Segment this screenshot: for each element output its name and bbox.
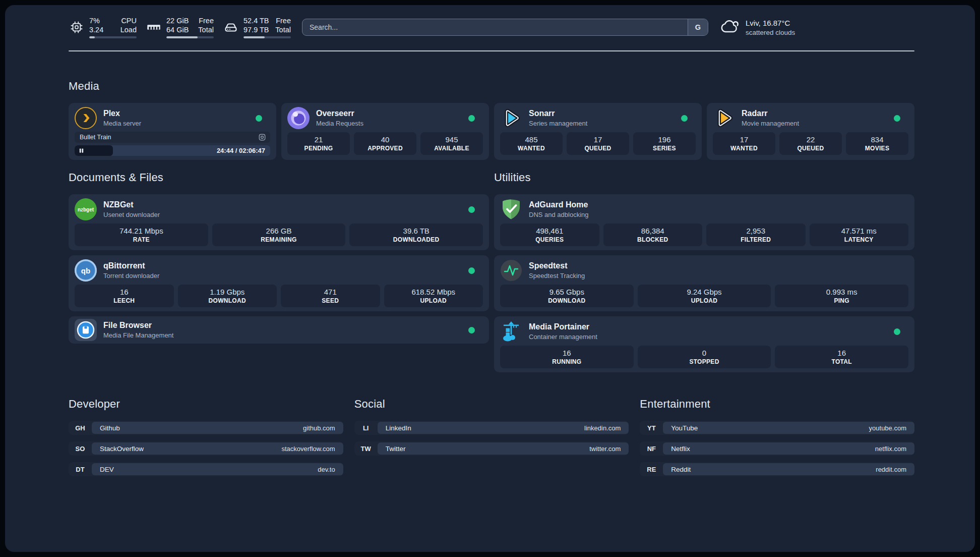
bookmark-abbr: TW: [354, 441, 378, 456]
app-name: Media Portainer: [529, 322, 597, 332]
record-screen-icon[interactable]: [258, 133, 266, 141]
now-playing-title: Bullet Train: [80, 134, 111, 141]
stat-tile: 21PENDING: [287, 132, 350, 155]
cpu-load-value: 3.24: [89, 25, 103, 34]
social-column: Social LI LinkedInlinkedin.com TW Twitte…: [354, 398, 629, 476]
media-grid: Plex Media server Bullet Train 24:44: [69, 103, 914, 160]
bookmark-stackoverflow[interactable]: SO StackOverflowstackoverflow.com: [69, 441, 343, 456]
ram-progress-bar: [166, 36, 214, 38]
app-name: Overseerr: [316, 108, 363, 119]
stat-tile: 16TOTAL: [775, 346, 908, 368]
filebrowser-icon: [75, 319, 97, 341]
app-name: NZBGet: [103, 200, 160, 210]
bookmark-url: stackoverflow.com: [281, 445, 335, 453]
bookmark-name: StackOverflow: [100, 445, 144, 453]
radarr-card[interactable]: Radarr Movie management 17WANTED 22QUEUE…: [707, 103, 914, 160]
stat-tile: 86,384BLOCKED: [603, 224, 703, 246]
cloud-icon: [719, 16, 740, 38]
stat-tile: 196SERIES: [633, 132, 696, 155]
stat-tile: 945AVAILABLE: [420, 132, 483, 155]
ram-free-value: 22 GiB: [166, 16, 189, 25]
app-subtitle: Container management: [529, 332, 597, 341]
search-engine-button[interactable]: G: [688, 19, 708, 35]
status-dot: [468, 206, 475, 213]
app-name: Speedtest: [529, 261, 585, 271]
stat-tile: 1.19 GbpsDOWNLOAD: [178, 285, 277, 307]
ram-free-label: Free: [199, 16, 214, 25]
now-playing-bar: Bullet Train: [75, 132, 270, 143]
app-subtitle: DNS and adblocking: [529, 210, 589, 219]
status-dot: [468, 115, 475, 122]
plex-card[interactable]: Plex Media server Bullet Train 24:44: [69, 103, 276, 160]
stat-tile: 498,461QUERIES: [500, 224, 599, 246]
adguard-card[interactable]: AdGuard Home DNS and adblocking 498,461Q…: [494, 194, 914, 250]
bookmark-url: dev.to: [318, 466, 335, 473]
disk-free-label: Free: [276, 16, 291, 25]
app-name: AdGuard Home: [529, 200, 589, 210]
bookmark-abbr: NF: [640, 441, 663, 456]
cpu-progress-bar: [89, 36, 137, 38]
developer-column: Developer GH Githubgithub.com SO StackOv…: [69, 398, 343, 476]
bookmark-abbr: RE: [640, 462, 663, 476]
overseerr-card[interactable]: Overseerr Media Requests 21PENDING 40APP…: [281, 103, 489, 160]
bookmark-reddit[interactable]: RE Redditreddit.com: [640, 462, 914, 476]
bookmark-url: linkedin.com: [584, 424, 621, 432]
weather-condition: scattered clouds: [746, 28, 795, 37]
entertainment-column: Entertainment YT YouTubeyoutube.com NF N…: [640, 398, 914, 476]
weather-location-temp: Lviv, 16.87°C: [746, 18, 795, 28]
app-subtitle: Movie management: [742, 119, 799, 128]
bookmark-abbr: SO: [69, 441, 92, 456]
status-dot: [468, 327, 475, 333]
pause-icon[interactable]: [79, 148, 84, 153]
disk-progress-bar: [243, 36, 291, 38]
app-subtitle: Torrent downloader: [103, 271, 159, 280]
bookmark-netflix[interactable]: NF Netflixnetflix.com: [640, 441, 914, 456]
stat-tile: 17WANTED: [713, 132, 775, 155]
app-name: qBittorrent: [103, 261, 159, 271]
disk-stat-widget: 52.4 TBFree 97.9 TBTotal: [223, 16, 291, 38]
bookmark-url: github.com: [303, 424, 335, 432]
section-title-utilities: Utilities: [494, 171, 914, 184]
status-dot: [894, 328, 900, 335]
section-title-developer: Developer: [69, 398, 343, 411]
bookmark-name: Github: [100, 424, 120, 432]
bookmark-url: twitter.com: [589, 445, 621, 453]
qbittorrent-card[interactable]: qb qBittorrent Torrent downloader 16LEEC…: [69, 255, 489, 311]
sonarr-card[interactable]: Sonarr Series management 485WANTED 17QUE…: [494, 103, 702, 160]
app-name: File Browser: [103, 320, 173, 330]
app-name: Radarr: [742, 108, 799, 119]
portainer-card[interactable]: Media Portainer Container management 16R…: [494, 316, 914, 372]
speedtest-card[interactable]: Speedtest Speedtest Tracking 9.65 GbpsDO…: [494, 255, 914, 311]
screen: 7%CPU 3.24Load 22 GiBFree 64 GiBTotal: [0, 0, 980, 557]
radarr-icon: [713, 107, 735, 129]
bookmark-abbr: LI: [354, 421, 378, 435]
stat-tile: 40APPROVED: [354, 132, 416, 155]
section-title-media: Media: [69, 80, 914, 93]
utilities-column: Utilities AdGuard Home DNS and adblockin…: [494, 171, 914, 372]
stat-tile: 744.21 MbpsRATE: [75, 224, 208, 246]
nzbget-card[interactable]: nzbget NZBGet Usenet downloader 744.21 M…: [69, 194, 489, 250]
bookmark-github[interactable]: GH Githubgithub.com: [69, 421, 343, 435]
stat-tile: 266 GBREMAINING: [212, 224, 346, 246]
bookmark-dev[interactable]: DT DEVdev.to: [69, 462, 343, 476]
search-bar: G: [302, 19, 708, 36]
disk-icon: [223, 20, 239, 35]
search-input[interactable]: [302, 19, 688, 35]
bookmark-name: Twitter: [386, 445, 406, 453]
stat-tile: 0.993 msPING: [775, 285, 908, 307]
bookmark-name: Reddit: [671, 466, 691, 473]
plex-icon: [75, 107, 97, 129]
bookmark-abbr: GH: [69, 421, 92, 435]
bookmark-linkedin[interactable]: LI LinkedInlinkedin.com: [354, 421, 629, 435]
app-subtitle: Usenet downloader: [103, 210, 160, 219]
status-dot: [468, 267, 475, 274]
filebrowser-card[interactable]: File Browser Media File Management: [69, 316, 489, 344]
app-subtitle: Speedtest Tracking: [529, 271, 585, 280]
bookmark-twitter[interactable]: TW Twittertwitter.com: [354, 441, 629, 456]
section-title-documents: Documents & Files: [69, 171, 489, 184]
weather-widget: Lviv, 16.87°C scattered clouds: [719, 16, 795, 38]
bookmark-url: reddit.com: [876, 466, 906, 473]
stat-tile: 0STOPPED: [638, 346, 771, 368]
stat-tile: 2,953FILTERED: [706, 224, 806, 246]
bookmark-youtube[interactable]: YT YouTubeyoutube.com: [640, 421, 914, 435]
